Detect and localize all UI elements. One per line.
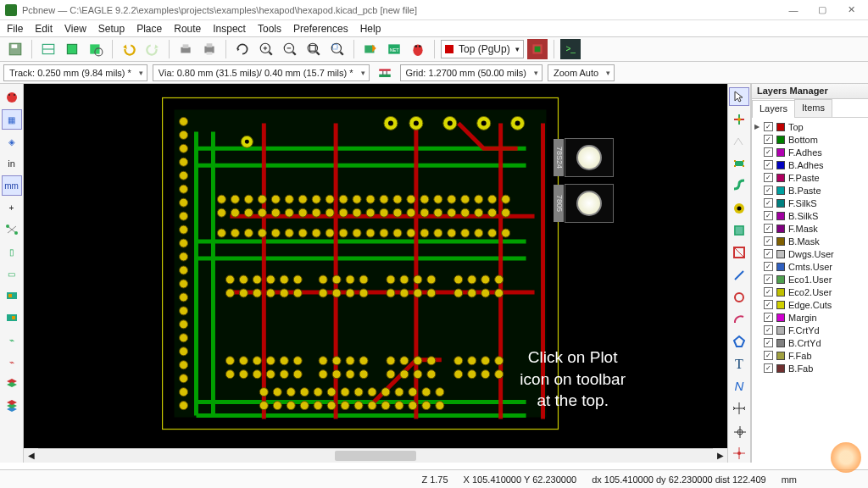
scroll-thumb[interactable]: [335, 451, 416, 461]
redo-button[interactable]: [142, 39, 163, 59]
layer-color-swatch[interactable]: [776, 352, 785, 360]
zoom-out-button[interactable]: [280, 39, 300, 59]
layer-color-swatch[interactable]: [776, 136, 785, 144]
layer-color-swatch[interactable]: [776, 275, 785, 284]
layer-color-swatch[interactable]: [776, 237, 785, 246]
zoom-selection-button[interactable]: [327, 39, 348, 59]
layer-color-swatch[interactable]: [776, 326, 785, 335]
zoom-fit-button[interactable]: [303, 39, 324, 59]
print-button[interactable]: [175, 39, 196, 59]
add-footprint-button[interactable]: [729, 154, 749, 173]
layer-color-swatch[interactable]: [776, 123, 785, 131]
layer-visibility-checkbox[interactable]: ✓: [764, 274, 773, 284]
layer-row[interactable]: ✓Edge.Cuts: [754, 298, 866, 311]
layer-visibility-checkbox[interactable]: ✓: [764, 300, 773, 309]
save-button[interactable]: [5, 39, 25, 59]
layer-color-swatch[interactable]: [776, 212, 785, 220]
menu-file[interactable]: File: [7, 23, 23, 35]
layer-visibility-checkbox[interactable]: ✓: [764, 249, 773, 258]
menu-preferences[interactable]: Preferences: [293, 23, 348, 35]
footprint-editor-button[interactable]: [62, 39, 82, 59]
layer-color-swatch[interactable]: [776, 161, 785, 169]
scroll-right-icon[interactable]: ▶: [713, 451, 727, 460]
layer-row[interactable]: ✓B.Adhes: [754, 158, 866, 171]
layer-row[interactable]: ✓B.Paste: [754, 184, 866, 197]
layer-visibility-checkbox[interactable]: ✓: [764, 236, 773, 246]
undo-button[interactable]: [119, 39, 139, 59]
draw-line-button[interactable]: [729, 265, 749, 284]
show-ratsnest-button[interactable]: [2, 87, 22, 108]
microwave-toolbar-button[interactable]: [2, 396, 22, 416]
layer-visibility-checkbox[interactable]: ✓: [764, 224, 773, 233]
layer-visibility-checkbox[interactable]: ✓: [764, 287, 773, 297]
grid-select[interactable]: Grid: 1.2700 mm (50.00 mils): [400, 64, 542, 81]
scroll-track[interactable]: [38, 448, 713, 463]
layer-color-swatch[interactable]: [776, 225, 785, 233]
layer-color-swatch[interactable]: [776, 148, 785, 157]
track-width-select[interactable]: Track: 0.250 mm (9.84 mils) *: [3, 64, 147, 81]
tab-layers[interactable]: Layers: [752, 100, 795, 118]
layer-row[interactable]: ✓B.SilkS: [754, 209, 866, 222]
show-grid-button[interactable]: ▦: [2, 109, 22, 130]
layer-row[interactable]: ▶✓Top: [754, 120, 866, 133]
layer-row[interactable]: ✓F.Paste: [754, 171, 866, 184]
layer-color-swatch[interactable]: [776, 186, 785, 195]
cursor-shape-button[interactable]: +: [2, 197, 22, 218]
layer-visibility-checkbox[interactable]: ✓: [764, 262, 773, 271]
grid-origin-button[interactable]: [729, 444, 749, 463]
high-contrast-button[interactable]: ⌁: [2, 352, 22, 372]
drc-button[interactable]: [408, 39, 428, 59]
layer-color-swatch[interactable]: [776, 199, 785, 208]
add-zone-button[interactable]: [729, 221, 749, 240]
draw-polygon-button[interactable]: [729, 332, 749, 351]
menu-setup[interactable]: Setup: [98, 23, 125, 35]
plot-button[interactable]: [199, 39, 220, 59]
layer-row[interactable]: ✓Eco2.User: [754, 286, 866, 298]
layer-visibility-checkbox[interactable]: ✓: [764, 160, 773, 169]
select-tool-button[interactable]: [729, 87, 749, 106]
layer-color-swatch[interactable]: [776, 313, 785, 322]
layer-visibility-checkbox[interactable]: ✓: [764, 147, 773, 157]
pad-fill-button[interactable]: [2, 286, 22, 306]
layer-row[interactable]: ✓B.CrtYd: [754, 336, 866, 349]
layer-row[interactable]: ✓Dwgs.User: [754, 247, 866, 260]
via-size-select[interactable]: Via: 0.80 mm (31.5 mils)/ 0.40 mm (15.7 …: [153, 64, 370, 81]
layer-row[interactable]: ✓F.Mask: [754, 222, 866, 235]
add-via-button[interactable]: [729, 199, 749, 218]
via-fill-button[interactable]: [2, 308, 22, 328]
layer-pair-button[interactable]: [527, 39, 548, 59]
layer-color-swatch[interactable]: [776, 288, 785, 297]
place-target-button[interactable]: [729, 399, 749, 418]
layer-color-swatch[interactable]: [776, 263, 785, 271]
layer-row[interactable]: ✓B.Mask: [754, 235, 866, 247]
layer-row[interactable]: ✓Eco1.User: [754, 273, 866, 286]
layer-row[interactable]: ✓F.CrtYd: [754, 324, 866, 336]
highlight-net-button[interactable]: [729, 109, 749, 128]
layer-row[interactable]: ✓F.SilkS: [754, 197, 866, 209]
zoom-select[interactable]: Zoom Auto: [548, 64, 615, 81]
add-text-button[interactable]: T: [729, 355, 749, 374]
layer-row[interactable]: ✓B.Fab: [754, 362, 866, 374]
polar-coords-button[interactable]: ◈: [2, 131, 22, 152]
add-dimension-button[interactable]: N: [729, 377, 749, 396]
menu-edit[interactable]: Edit: [35, 23, 53, 35]
layer-visibility-checkbox[interactable]: ✓: [764, 186, 773, 195]
layer-color-swatch[interactable]: [776, 364, 785, 373]
active-layer-select[interactable]: Top (PgUp) ▾: [441, 40, 524, 58]
route-track-button[interactable]: [729, 176, 749, 195]
layer-list[interactable]: ▶✓Top✓Bottom✓F.Adhes✓B.Adhes✓F.Paste✓B.P…: [752, 118, 868, 463]
menu-tools[interactable]: Tools: [258, 23, 281, 35]
layer-row[interactable]: ✓F.Adhes: [754, 146, 866, 158]
toggle-zones-button[interactable]: ▯: [2, 241, 22, 262]
layer-visibility-checkbox[interactable]: ✓: [764, 313, 773, 322]
menu-inspect[interactable]: Inspect: [213, 23, 246, 35]
scripting-button[interactable]: >_: [560, 39, 581, 59]
footprint-viewer-button[interactable]: [86, 39, 106, 59]
close-button[interactable]: ✕: [839, 2, 863, 19]
layer-row[interactable]: ✓F.Fab: [754, 349, 866, 362]
netlist-button[interactable]: NET: [384, 39, 404, 59]
layer-color-swatch[interactable]: [776, 174, 785, 182]
layer-visibility-checkbox[interactable]: ✓: [764, 198, 773, 208]
layer-visibility-checkbox[interactable]: ✓: [764, 135, 773, 144]
menu-place[interactable]: Place: [136, 23, 162, 35]
